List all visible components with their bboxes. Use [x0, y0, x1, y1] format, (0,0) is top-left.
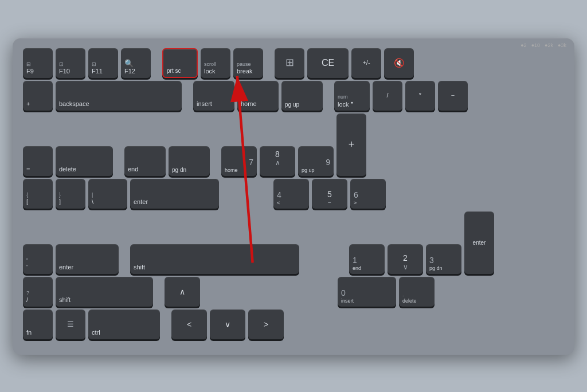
key-plusminus[interactable]: +/- [351, 48, 381, 78]
key-enter2[interactable]: enter [56, 244, 119, 274]
key-num9[interactable]: 9 pg up [298, 146, 334, 176]
indicator-4: ●3k [558, 42, 566, 48]
key-context[interactable]: ☰ [56, 309, 85, 339]
keyboard-row-fn: ⊟ F9 ⊡ F10 ⊡ F11 🔍 F12 prt sc scroll loc… [23, 48, 564, 78]
key-calc[interactable]: ⊞ [275, 48, 304, 78]
key-insert[interactable]: insert [193, 81, 234, 111]
key-f10[interactable]: ⊡ F10 [56, 48, 85, 78]
key-numdiv[interactable]: / [373, 81, 402, 111]
keyboard-row-7: fn ☰ ctrl < ∨ > [23, 309, 564, 339]
key-num4[interactable]: 4 < [273, 179, 309, 209]
key-ctrl[interactable]: ctrl [88, 309, 160, 339]
key-shift[interactable]: shift [130, 244, 299, 274]
key-pipe[interactable]: | \ [88, 179, 127, 209]
keyboard-row-2: + backspace insert home pg up num lock ●… [23, 81, 564, 111]
keyboard-row-4: { [ } ] | \ enter 4 < 5 − 6 > [23, 179, 564, 209]
key-f12[interactable]: 🔍 F12 [121, 48, 151, 78]
key-shift2[interactable]: shift [56, 277, 153, 307]
key-num2[interactable]: 2 ∨ [388, 244, 423, 274]
key-f9[interactable]: ⊟ F9 [23, 48, 53, 78]
key-num1[interactable]: 1 end [349, 244, 385, 274]
keyboard: ●2 ●10 ●2k ●3k ⊟ F9 ⊡ F10 ⊡ F11 🔍 F12 pr… [13, 38, 574, 355]
key-end[interactable]: end [124, 146, 166, 176]
key-nummul[interactable]: * [405, 81, 435, 111]
key-delete[interactable]: delete [56, 146, 113, 176]
keyboard-row-6: ? / shift ∧ 0 insert . delete [23, 277, 564, 307]
nav-cluster: ∧ [165, 277, 200, 307]
key-scrolllock[interactable]: scroll lock [201, 48, 230, 78]
key-closebrace[interactable]: } ] [56, 179, 85, 209]
key-enter[interactable]: enter [130, 179, 219, 209]
key-numenter[interactable]: enter [464, 211, 494, 274]
key-leftarrow[interactable]: < [171, 309, 207, 339]
key-numminus[interactable]: − [438, 81, 468, 111]
key-numplus[interactable]: + [336, 113, 366, 176]
key-downarrow[interactable]: ∨ [210, 309, 245, 339]
key-plus[interactable]: + [23, 81, 53, 111]
key-uparrow[interactable]: ∧ [165, 277, 200, 307]
key-num7[interactable]: 7 home [221, 146, 257, 176]
key-num0[interactable]: 0 insert [338, 277, 396, 307]
key-ce[interactable]: CE [307, 48, 349, 78]
key-num3[interactable]: 3 pg dn [426, 244, 461, 274]
key-prtsc[interactable]: prt sc [162, 48, 198, 78]
key-rightarrow[interactable]: > [248, 309, 284, 339]
key-numdot[interactable]: . delete [399, 277, 435, 307]
key-openbrace[interactable]: { [ [23, 179, 53, 209]
keyboard-row-5: " ' enter shift 1 end 2 ∨ 3 pg dn enter [23, 211, 564, 274]
key-num8[interactable]: 8 ∧ [260, 146, 295, 176]
key-equals[interactable]: = [23, 146, 53, 176]
indicator-1: ●2 [521, 42, 526, 48]
indicator-2: ●10 [531, 42, 540, 48]
key-fn[interactable]: fn [23, 309, 53, 339]
key-num5[interactable]: 5 − [312, 179, 347, 209]
key-backspace[interactable]: backspace [56, 81, 182, 111]
key-home[interactable]: home [237, 81, 279, 111]
key-pausebreak[interactable]: pause break [233, 48, 263, 78]
key-pgup[interactable]: pg up [281, 81, 323, 111]
keyboard-indicators: ●2 ●10 ●2k ●3k [521, 42, 566, 48]
key-numlock[interactable]: num lock ● [334, 81, 370, 111]
keyboard-row-3: = delete end pg dn 7 home 8 ∧ 9 pg up + [23, 113, 564, 176]
key-questionmark[interactable]: ? / [23, 277, 53, 307]
key-f11[interactable]: ⊡ F11 [88, 48, 118, 78]
key-pgdn[interactable]: pg dn [169, 146, 210, 176]
key-quote[interactable]: " ' [23, 244, 53, 274]
key-num6[interactable]: 6 > [350, 179, 386, 209]
indicator-3: ●2k [545, 42, 553, 48]
key-mute[interactable]: 🔇 [384, 48, 414, 78]
